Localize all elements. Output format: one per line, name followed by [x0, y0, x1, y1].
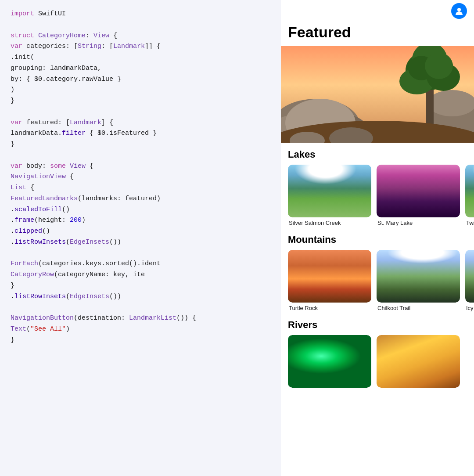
code-line: List {: [11, 183, 270, 194]
card-img-twi: [465, 165, 474, 217]
card-chilkoot[interactable]: Chilkoot Trail: [377, 250, 460, 311]
code-line: }: [11, 335, 270, 346]
card-img-icy: [465, 250, 474, 303]
code-line: [11, 107, 270, 118]
card-img-chilkoot: [377, 250, 460, 303]
code-panel: import SwiftUI struct CategoryHome: View…: [0, 0, 281, 476]
card-icy[interactable]: Icy…: [465, 250, 474, 311]
card-river1[interactable]: [288, 335, 371, 390]
code-line: [11, 150, 270, 161]
code-line: ): [11, 85, 270, 96]
svg-point-0: [457, 8, 461, 11]
card-row-rivers: [281, 335, 474, 392]
featured-title: Featured: [281, 22, 474, 46]
card-row-lakes: Silver Salmon Creek St. Mary Lake Twi…: [281, 165, 474, 228]
code-line: var categories: [String: [Landmark]] {: [11, 41, 270, 52]
code-line: ForEach(categories.keys.sorted().ident: [11, 259, 270, 270]
code-line: [11, 248, 270, 259]
preview-header: [281, 0, 474, 22]
code-line: landmarkData.filter { $0.isFeatured }: [11, 128, 270, 139]
card-label-icy: Icy…: [465, 305, 474, 311]
card-img-turtle-rock: [288, 250, 371, 303]
card-turtle-rock[interactable]: Turtle Rock: [288, 250, 371, 311]
code-line: Text("See All"): [11, 324, 270, 335]
avatar-icon[interactable]: [451, 3, 467, 19]
card-img-st-mary: [377, 165, 460, 217]
card-label-st-mary: St. Mary Lake: [377, 220, 460, 226]
code-line: }: [11, 281, 270, 292]
code-line: by: { $0.category.rawValue }: [11, 74, 270, 85]
card-img-river2: [377, 335, 460, 388]
code-line: grouping: landmarkData,: [11, 63, 270, 74]
card-label-turtle-rock: Turtle Rock: [288, 305, 371, 311]
code-line: NavigationView {: [11, 172, 270, 183]
card-label-silver-salmon: Silver Salmon Creek: [288, 220, 371, 226]
card-label-chilkoot: Chilkoot Trail: [377, 305, 460, 311]
code-line: [11, 20, 270, 31]
code-line: FeaturedLandmarks(landmarks: featured): [11, 194, 270, 205]
svg-point-14: [425, 53, 453, 79]
card-twi[interactable]: Twi…: [465, 165, 474, 226]
code-line: .listRowInsets(EdgeInsets()): [11, 292, 270, 303]
card-img-river1: [288, 335, 371, 388]
preview-content: Featured: [281, 22, 474, 476]
code-line: var featured: [Landmark] {: [11, 118, 270, 129]
code-line: var body: some View {: [11, 161, 270, 172]
code-line: import SwiftUI: [11, 9, 270, 20]
section-rivers: Rivers: [281, 313, 474, 335]
code-line: .listRowInsets(EdgeInsets()): [11, 237, 270, 248]
code-line: CategoryRow(categoryName: key, ite: [11, 270, 270, 281]
preview-panel: Featured: [281, 0, 474, 476]
code-line: .clipped(): [11, 226, 270, 237]
code-line: struct CategoryHome: View {: [11, 31, 270, 42]
svg-point-7: [428, 90, 474, 116]
section-mountains: Mountains: [281, 228, 474, 250]
card-river2[interactable]: [377, 335, 460, 390]
section-lakes: Lakes: [281, 143, 474, 165]
code-line: .init(: [11, 52, 270, 63]
card-row-mountains: Turtle Rock Chilkoot Trail Icy…: [281, 250, 474, 313]
code-line: }: [11, 139, 270, 150]
hero-image: [281, 46, 474, 143]
card-img-silver-salmon: [288, 165, 371, 217]
code-line: NavigationButton(destination: LandmarkLi…: [11, 313, 270, 324]
card-label-twi: Twi…: [465, 220, 474, 226]
code-line: }: [11, 96, 270, 107]
card-silver-salmon[interactable]: Silver Salmon Creek: [288, 165, 371, 226]
code-line: .scaledToFill(): [11, 205, 270, 216]
code-line: .frame(height: 200): [11, 215, 270, 226]
code-line: [11, 302, 270, 313]
card-st-mary[interactable]: St. Mary Lake: [377, 165, 460, 226]
